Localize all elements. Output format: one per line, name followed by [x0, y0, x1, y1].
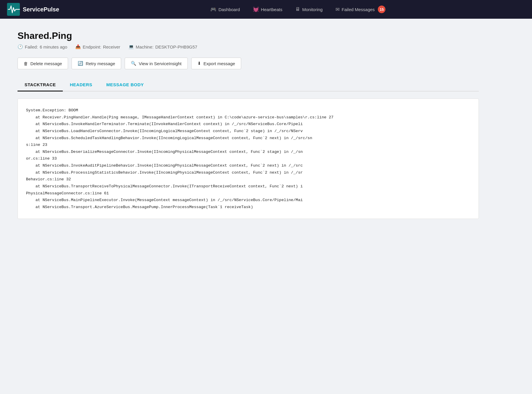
meta-machine-value: DESKTOP-PHB9G57	[155, 44, 197, 49]
tab-message-body[interactable]: MESSAGE BODY	[99, 79, 151, 91]
brand-name: ServicePulse	[23, 6, 59, 13]
tabs: STACKTRACE HEADERS MESSAGE BODY	[18, 79, 479, 91]
meta-row: 🕐 Failed: 6 minutes ago 📥 Endpoint: Rece…	[18, 44, 479, 49]
stacktrace-container: System.Exception: BOOM at Receiver.PingH…	[18, 98, 479, 219]
meta-endpoint: 📥 Endpoint: Receiver	[75, 44, 120, 49]
export-message-button[interactable]: ⬇ Export message	[191, 58, 241, 69]
view-in-serviceinsight-button[interactable]: 🔍 View in ServiceInsight	[125, 58, 187, 69]
brand[interactable]: ServicePulse	[7, 3, 59, 16]
meta-failed-time: 6 minutes ago	[40, 44, 67, 49]
meta-failed: 🕐 Failed: 6 minutes ago	[18, 44, 67, 49]
endpoint-icon: 📥	[75, 44, 81, 49]
meta-machine-label: Machine:	[136, 44, 154, 49]
action-buttons: 🗑 Delete message 🔄 Retry message 🔍 View …	[18, 58, 479, 69]
nav-dashboard[interactable]: 🎮 Dashboard	[205, 4, 245, 15]
tab-stacktrace[interactable]: STACKTRACE	[18, 79, 63, 91]
nav-heartbeats-label: Heartbeats	[261, 7, 282, 12]
meta-endpoint-value: Receiver	[103, 44, 120, 49]
export-message-label: Export message	[204, 61, 235, 66]
export-icon: ⬇	[197, 61, 201, 66]
retry-message-button[interactable]: 🔄 Retry message	[72, 58, 121, 69]
nav-failed-messages[interactable]: ✉ Failed Messages 15	[330, 3, 391, 15]
delete-message-button[interactable]: 🗑 Delete message	[18, 58, 68, 69]
clock-icon: 🕐	[18, 44, 23, 49]
machine-icon: 💻	[128, 44, 134, 49]
meta-endpoint-label: Endpoint:	[83, 44, 101, 49]
page-content: Shared.Ping 🕐 Failed: 6 minutes ago 📥 En…	[0, 19, 496, 231]
brand-logo	[7, 3, 20, 16]
monitoring-icon: 🖥	[295, 6, 300, 12]
nav-dashboard-label: Dashboard	[218, 7, 240, 12]
meta-failed-label: Failed:	[25, 44, 38, 49]
nav-heartbeats[interactable]: 💓 Heartbeats	[248, 4, 288, 15]
navbar-nav: 🎮 Dashboard 💓 Heartbeats 🖥 Monitoring ✉ …	[71, 3, 525, 15]
nav-monitoring[interactable]: 🖥 Monitoring	[290, 4, 328, 15]
failed-messages-icon: ✉	[335, 6, 340, 13]
page-title: Shared.Ping	[18, 30, 479, 41]
heartbeats-icon: 💓	[253, 6, 259, 13]
stacktrace-text: System.Exception: BOOM at Receiver.PingH…	[26, 107, 470, 210]
nav-failed-messages-label: Failed Messages	[342, 7, 375, 12]
tab-headers[interactable]: HEADERS	[63, 79, 99, 91]
failed-messages-badge: 15	[378, 6, 385, 13]
navbar: ServicePulse 🎮 Dashboard 💓 Heartbeats 🖥 …	[0, 0, 532, 19]
view-icon: 🔍	[131, 61, 136, 66]
nav-monitoring-label: Monitoring	[302, 7, 323, 12]
retry-message-label: Retry message	[86, 61, 115, 66]
delete-icon: 🗑	[24, 61, 28, 66]
delete-message-label: Delete message	[30, 61, 62, 66]
view-in-serviceinsight-label: View in ServiceInsight	[139, 61, 181, 66]
retry-icon: 🔄	[78, 61, 83, 66]
meta-machine: 💻 Machine: DESKTOP-PHB9G57	[128, 44, 197, 49]
dashboard-icon: 🎮	[210, 6, 216, 13]
